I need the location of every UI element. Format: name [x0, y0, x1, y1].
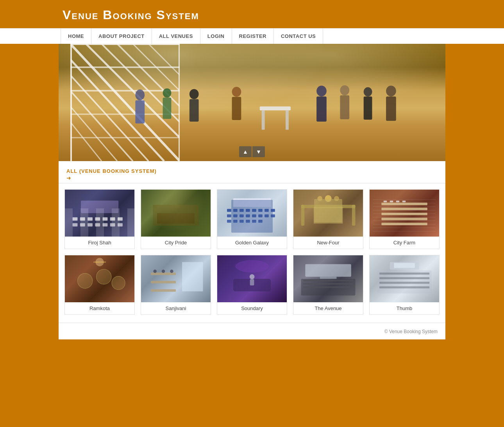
svg-rect-41 [102, 217, 107, 221]
venue-name-firoj-shah: Firoj Shah [65, 237, 134, 249]
svg-rect-21 [163, 98, 172, 119]
svg-rect-75 [252, 220, 256, 222]
footer-text: © Venue Booking System [384, 329, 438, 334]
svg-point-104 [162, 270, 165, 273]
svg-rect-115 [320, 277, 337, 279]
svg-rect-59 [252, 209, 256, 212]
svg-rect-69 [265, 214, 269, 217]
svg-rect-111 [303, 280, 353, 281]
svg-rect-122 [394, 263, 415, 268]
svg-point-103 [153, 270, 157, 273]
venue-img-new-four [293, 190, 363, 237]
section-header: ALL (VENUE BOOKING SYSTEM) ➜ [59, 161, 445, 183]
nav-all-venues[interactable]: ALL VENUES [152, 29, 200, 44]
svg-point-24 [232, 87, 241, 97]
svg-rect-91 [390, 201, 393, 202]
svg-point-33 [364, 87, 372, 97]
nav-register[interactable]: REGISTER [232, 29, 274, 44]
venue-img-the-avenue [293, 255, 363, 302]
svg-rect-70 [271, 214, 275, 217]
svg-rect-61 [265, 209, 269, 212]
venue-name-the-avenue: The Avenue [293, 302, 363, 314]
venue-card-the-avenue[interactable]: The Avenue [293, 255, 363, 315]
nav-home[interactable]: HOME [61, 29, 91, 44]
svg-point-106 [235, 260, 268, 273]
nav-contact[interactable]: CONTACT US [274, 29, 323, 44]
hero-banner: ▲ ▼ [59, 44, 445, 161]
svg-rect-58 [246, 209, 250, 212]
svg-rect-19 [135, 100, 145, 124]
svg-rect-30 [316, 97, 327, 122]
svg-rect-64 [233, 214, 238, 217]
svg-rect-44 [73, 223, 78, 227]
venue-name-soundary: Soundary [217, 302, 287, 314]
svg-point-108 [250, 274, 255, 279]
svg-point-22 [189, 89, 199, 99]
svg-point-20 [163, 88, 172, 98]
venue-img-soundary [217, 255, 287, 302]
hero-next-btn[interactable]: ▼ [252, 146, 265, 157]
hero-controls: ▲ ▼ [239, 146, 265, 157]
venue-img-city-pride [141, 190, 211, 237]
svg-rect-114 [305, 264, 351, 277]
venue-img-thumb [370, 255, 439, 302]
svg-rect-25 [232, 97, 241, 120]
venue-name-ramkota: Ramkota [65, 302, 134, 314]
svg-rect-90 [384, 201, 387, 202]
svg-rect-43 [118, 217, 123, 221]
venue-card-city-farm[interactable]: City Farm [369, 189, 440, 249]
nav-bar: HOME ABOUT PROJECT ALL VENUES LOGIN REGI… [0, 28, 504, 44]
svg-rect-60 [258, 209, 263, 212]
svg-point-31 [340, 85, 349, 95]
svg-rect-26 [260, 106, 291, 110]
main-content: ▲ ▼ ALL (VENUE BOOKING SYSTEM) ➜ [59, 44, 445, 323]
venue-name-sanjivani: Sanjivani [141, 302, 211, 314]
venue-card-golden-galaxy[interactable]: Golden Galaxy [217, 189, 287, 249]
svg-rect-48 [102, 223, 107, 227]
svg-rect-119 [379, 282, 429, 283]
svg-rect-39 [88, 217, 93, 221]
svg-rect-36 [386, 97, 396, 121]
svg-rect-71 [227, 220, 231, 222]
svg-rect-102 [151, 289, 176, 292]
svg-point-82 [317, 196, 322, 201]
section-arrow: ➜ [66, 175, 438, 181]
venue-card-firoj-shah[interactable]: Firoj Shah [64, 189, 135, 249]
svg-rect-23 [189, 99, 199, 122]
nav-about[interactable]: ABOUT PROJECT [91, 29, 152, 44]
hero-prev-btn[interactable]: ▲ [239, 146, 252, 157]
svg-rect-53 [157, 213, 195, 224]
svg-rect-84 [314, 207, 343, 224]
svg-point-105 [170, 270, 173, 273]
svg-rect-47 [95, 223, 100, 227]
svg-point-35 [386, 86, 396, 97]
nav-login[interactable]: LOGIN [200, 29, 232, 44]
svg-rect-73 [239, 220, 244, 222]
venue-card-sanjivani[interactable]: Sanjivani [141, 255, 211, 315]
hero-people-area [59, 83, 445, 153]
svg-rect-46 [88, 223, 93, 227]
svg-rect-56 [233, 209, 238, 212]
svg-rect-50 [118, 223, 123, 227]
venue-card-city-pride[interactable]: City Pride [141, 189, 211, 249]
venue-card-thumb[interactable]: Thumb [369, 255, 440, 315]
venue-card-soundary[interactable]: Soundary [217, 255, 287, 315]
svg-rect-63 [227, 214, 231, 217]
svg-rect-55 [227, 209, 231, 212]
svg-rect-77 [233, 199, 271, 207]
venue-name-city-pride: City Pride [141, 237, 211, 249]
venue-img-golden-galaxy [217, 190, 287, 237]
svg-rect-49 [110, 223, 115, 227]
venue-name-new-four: New-Four [293, 237, 363, 249]
svg-rect-76 [258, 220, 263, 222]
svg-rect-92 [396, 201, 400, 202]
svg-rect-101 [151, 281, 176, 283]
venue-name-city-farm: City Farm [370, 237, 439, 249]
svg-rect-52 [153, 205, 198, 226]
venue-card-new-four[interactable]: New-Four [293, 189, 363, 249]
venue-img-city-farm [370, 190, 439, 237]
svg-rect-66 [246, 214, 250, 217]
svg-rect-89 [381, 223, 427, 225]
svg-rect-78 [301, 205, 356, 208]
venue-card-ramkota[interactable]: Ramkota [64, 255, 135, 315]
